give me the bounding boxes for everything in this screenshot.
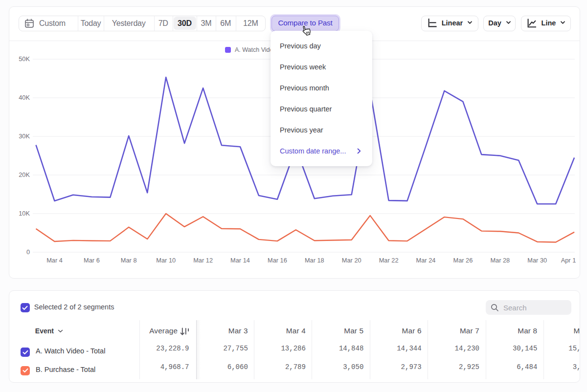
svg-text:40K: 40K (19, 94, 30, 101)
svg-text:Mar 12: Mar 12 (193, 257, 213, 264)
svg-text:30K: 30K (19, 132, 30, 140)
svg-text:Mar 22: Mar 22 (379, 257, 399, 264)
svg-text:20K: 20K (19, 171, 30, 178)
svg-text:Mar 10: Mar 10 (156, 257, 176, 264)
svg-text:Mar 14: Mar 14 (230, 257, 250, 264)
svg-text:Mar 26: Mar 26 (453, 257, 473, 264)
svg-text:50K: 50K (19, 55, 30, 63)
svg-text:Mar 30: Mar 30 (527, 257, 547, 264)
svg-text:Mar 20: Mar 20 (342, 257, 361, 264)
svg-text:Apr 1: Apr 1 (561, 257, 576, 264)
svg-text:Mar 18: Mar 18 (305, 257, 324, 264)
svg-text:Mar 24: Mar 24 (416, 257, 436, 264)
svg-text:Mar 8: Mar 8 (121, 257, 137, 264)
svg-text:Mar 16: Mar 16 (268, 257, 287, 264)
svg-text:Mar 28: Mar 28 (490, 257, 510, 264)
svg-text:10K: 10K (19, 210, 30, 217)
svg-text:0: 0 (26, 248, 30, 256)
svg-text:Mar 6: Mar 6 (84, 257, 100, 264)
svg-text:Mar 4: Mar 4 (46, 257, 63, 264)
